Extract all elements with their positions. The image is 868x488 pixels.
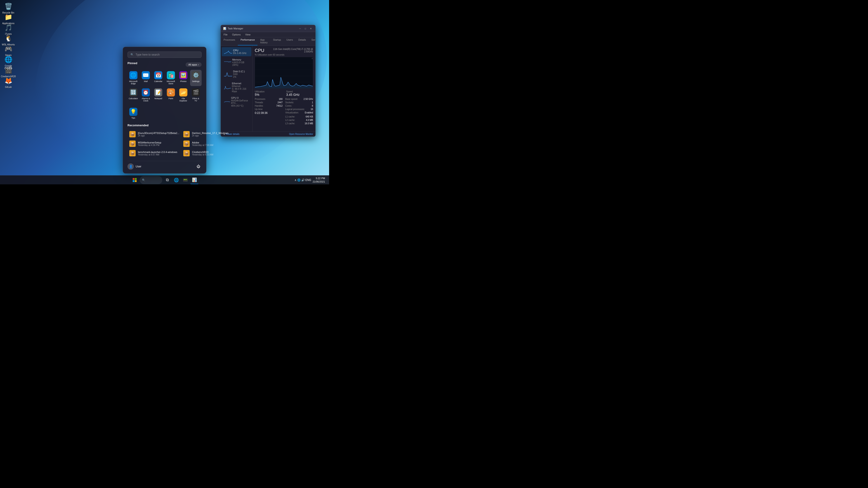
power-button[interactable]: ⏻ — [195, 163, 202, 170]
all-apps-label: All apps — [188, 63, 197, 66]
tm-title-text: Task Manager — [228, 27, 243, 30]
search-button[interactable]: 🔍 — [140, 176, 162, 184]
taskbar-center: 🔍 ⧉ 🌐 📟 📊 — [131, 176, 198, 184]
stat-uptime: Up time — [255, 108, 283, 110]
tab-apphistory[interactable]: App history — [257, 37, 270, 45]
close-button[interactable]: ✕ — [309, 26, 313, 31]
sidebar-item-memory[interactable]: Memory 4.8/15.9 GB (30%) — [222, 57, 251, 68]
recommended-grid: 📦 [Guru3Dcom]-RTSSSetup732Beta2... 2h ag… — [127, 130, 202, 158]
app-label-settings: Settings — [192, 80, 199, 83]
handles-val: 74512 — [276, 105, 283, 107]
search-bar[interactable]: 🔍 Type here to search — [127, 52, 202, 58]
rec-text-msiafterburner: MSIAfterburnerSetup Yesterday at 4:36 PM — [138, 141, 179, 147]
all-apps-button[interactable]: All apps › — [186, 62, 202, 67]
tray-volume-icon[interactable]: 🔊 — [301, 178, 305, 182]
desktop-icon-applications[interactable]: 📁 Applications — [0, 12, 16, 25]
maximize-button[interactable]: □ — [303, 26, 308, 31]
tm-sidebar: CPU 5% 3.45 GHz Memory 4.8/15.9 GB (30%) — [221, 46, 252, 131]
desktop-icon-gitlab[interactable]: 🦊 GitLab — [0, 76, 16, 88]
rec-item-benchmark[interactable]: 📦 benchmark-launcher-2.0.4-windows Yeste… — [127, 149, 181, 158]
task-view-button[interactable]: ⧉ — [163, 176, 171, 184]
extra-app-tips[interactable]: 💡 Tips — [127, 106, 139, 121]
desktop-icon-steam[interactable]: 🎮 Steam — [0, 44, 16, 57]
tm-menu-view[interactable]: View — [244, 33, 252, 36]
recommended-label: Recommended — [127, 124, 202, 127]
pinned-app-edge[interactable]: 🌐 Microsoft Edge — [127, 70, 139, 86]
start-button[interactable] — [131, 176, 139, 184]
app-icon-calendar: 📅 — [154, 71, 162, 79]
app-label-notepad: Notepad — [154, 97, 162, 100]
rec-item-msiafterburner[interactable]: 📦 MSIAfterburnerSetup Yesterday at 4:36 … — [127, 139, 181, 148]
pinned-app-alarms[interactable]: ⏰ Alarms & Clock — [140, 87, 151, 103]
desktop-icon-wsl-albuntu[interactable]: 🐧 WSL Albuntu — [0, 34, 16, 46]
svg-rect-10 — [135, 178, 137, 180]
tab-details[interactable]: Details — [296, 37, 309, 45]
ethernet-sparkline — [224, 85, 231, 90]
tm-menu-options[interactable]: Options — [231, 33, 242, 36]
desktop-icon-recycle-bin[interactable]: 🗑️ Recycle Bin — [0, 2, 16, 14]
util-stat-val: 5% — [255, 93, 282, 96]
pinned-app-calendar[interactable]: 📅 Calendar — [153, 70, 164, 86]
rec-text-cinebench: CinebenchR23 Yesterday at 6:33 AM — [192, 151, 228, 156]
tm-tabs: Processes Performance App history Startu… — [221, 37, 315, 46]
tab-services[interactable]: Services — [309, 37, 315, 45]
pinned-app-settings[interactable]: ⚙️ Settings — [190, 70, 202, 86]
l3-val: 16.0 MB — [305, 122, 313, 125]
taskmanager-taskbar-button[interactable]: 📊 — [190, 176, 198, 184]
minimize-button[interactable]: ─ — [298, 26, 302, 31]
terminal-taskbar-button[interactable]: 📟 — [181, 176, 189, 184]
desktop-icon-itunes[interactable]: 🎵 iTunes — [0, 23, 16, 35]
rec-icon-msiafterburner: 📦 — [129, 140, 135, 147]
pinned-app-photos[interactable]: 🖼️ Photos — [178, 70, 189, 86]
rec-item-adobe[interactable]: 📦 Adobe Yesterday at 7:00 AM — [182, 139, 230, 148]
app-icon-ms-store: 🛍️ — [167, 71, 175, 79]
chrome-taskbar-button[interactable]: 🌐 — [172, 176, 180, 184]
sidebar-item-cpu[interactable]: CPU 5% 3.45 GHz — [222, 47, 251, 56]
pinned-grid: 🌐 Microsoft Edge ✉️ Mail 📅 Calendar 🛍️ M… — [127, 70, 202, 103]
cpu-graph: 100% — [255, 57, 313, 89]
rec-name-cinebench: CinebenchR23 — [192, 151, 228, 153]
user-row[interactable]: 👤 User — [127, 163, 141, 170]
app-label-calculator: Calculator — [129, 97, 138, 100]
tab-users[interactable]: Users — [284, 37, 296, 45]
tm-menu-file[interactable]: File — [223, 33, 228, 36]
tab-performance[interactable]: Performance — [238, 37, 257, 45]
l2-val: 4.0 MB — [306, 119, 313, 121]
tm-content: CPU 5% 3.45 GHz Memory 4.8/15.9 GB (30%) — [221, 46, 315, 131]
clock-tray[interactable]: 5:22 PM 21/06/2021 — [313, 177, 325, 183]
pinned-app-films-tv[interactable]: 🎬 Films & TV — [190, 87, 202, 103]
rec-item-davinci[interactable]: 📦 DaVinci_Resolve_17.2_Windows 2h ago — [182, 130, 230, 139]
pinned-app-mail[interactable]: ✉️ Mail — [140, 70, 151, 86]
taskbar-right: ∧ 🌐 🔊 ENG 5:22 PM 21/06/2021 — [294, 177, 329, 183]
rec-name-guru3d: [Guru3Dcom]-RTSSSetup732Beta2... — [138, 132, 179, 134]
tray-network-icon[interactable]: 🌐 — [297, 178, 301, 182]
tab-processes[interactable]: Processes — [221, 37, 238, 45]
tm-stats-grid: Processes 180 Base speed: 2.50 GHz Threa… — [255, 98, 313, 125]
rec-name-davinci: DaVinci_Resolve_17.2_Windows — [192, 132, 228, 134]
icon-img-applications: 📁 — [4, 12, 13, 22]
sidebar-item-ethernet[interactable]: Ethernet Ethernet S: 48.0 R: 216 Kbps — [222, 80, 251, 94]
sidebar-item-gpu[interactable]: GPU 0 NVIDIA GeForce RTX... 45% (43 °C) — [222, 95, 251, 109]
stat-cores: Cores: 8 — [285, 105, 313, 107]
pinned-app-ms-store[interactable]: 🛍️ Microsoft Store — [165, 70, 177, 86]
rec-item-guru3d[interactable]: 📦 [Guru3Dcom]-RTSSSetup732Beta2... 2h ag… — [127, 130, 181, 139]
rec-name-adobe: Adobe — [192, 141, 228, 144]
sidebar-item-disk[interactable]: Disk 0 (C:) SSD 1% — [222, 68, 251, 80]
lang-indicator[interactable]: ENG — [305, 178, 311, 182]
rec-item-cinebench[interactable]: 📦 CinebenchR23 Yesterday at 6:33 AM — [182, 149, 230, 158]
desktop-icon-cinebench-r20[interactable]: 🎬 CinebenchR20 — [0, 66, 16, 78]
pinned-app-file-explorer[interactable]: 📂 File Explorer — [178, 87, 189, 103]
app-icon-edge: 🌐 — [129, 71, 137, 79]
pinned-app-notepad[interactable]: 📝 Notepad — [153, 87, 164, 103]
pinned-app-paint[interactable]: 🎨 Paint — [165, 87, 177, 103]
stat-l3: L3 cache: 16.0 MB — [285, 122, 313, 125]
stat-virtualization: Virtualization: Enabled — [285, 111, 313, 115]
open-resource-monitor-link[interactable]: Open Resource Monitor — [289, 133, 313, 135]
app-label-edge: Microsoft Edge — [128, 80, 138, 85]
pinned-app-calculator[interactable]: 🔢 Calculator — [127, 87, 139, 103]
tab-startup[interactable]: Startup — [270, 37, 284, 45]
tray-chevron-icon[interactable]: ∧ — [294, 178, 297, 182]
app-icon-settings: ⚙️ — [192, 71, 200, 79]
cpu-sparkline — [224, 49, 232, 55]
tm-menubar: File Options View — [221, 32, 315, 37]
